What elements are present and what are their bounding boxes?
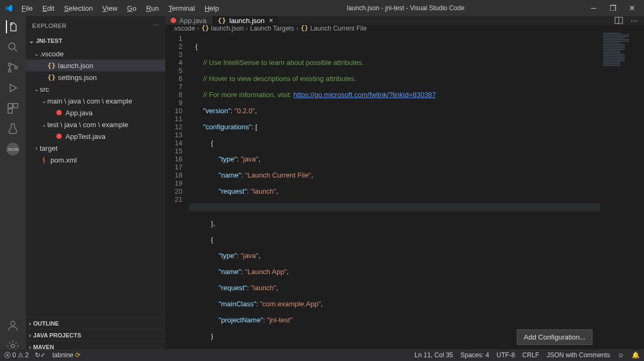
- file-launch-json[interactable]: {}launch.json: [26, 60, 165, 71]
- tab-label: App.java: [179, 17, 207, 25]
- maximize-icon[interactable]: ❐: [608, 4, 618, 12]
- activity-bar: JSON: [0, 16, 26, 352]
- json-extension-icon[interactable]: JSON: [6, 143, 19, 156]
- tree-label: .vscode: [40, 50, 64, 58]
- accounts-icon[interactable]: [6, 319, 19, 332]
- code-content[interactable]: { // Use IntelliSense to learn about pos…: [189, 32, 644, 361]
- folder-test-path[interactable]: ⌄test \ java \ com \ example: [26, 119, 165, 130]
- code-string: "launch": [251, 187, 276, 195]
- menu-terminal[interactable]: Terminal: [164, 3, 199, 13]
- vscode-logo-icon: [4, 4, 13, 12]
- json-icon: {}: [47, 62, 56, 70]
- close-icon[interactable]: ✕: [627, 4, 638, 12]
- folder-src[interactable]: ⌄src: [26, 83, 165, 95]
- status-tabnine[interactable]: tabnine ⟳: [52, 351, 80, 359]
- feedback-icon[interactable]: ☺: [618, 351, 624, 359]
- breadcrumb[interactable]: .vscode › {} launch.json › Launch Target…: [165, 25, 644, 32]
- file-app-java[interactable]: App.java: [26, 107, 165, 119]
- section-java-projects[interactable]: ›JAVA PROJECTS: [26, 329, 165, 341]
- code-key: "projectName": [218, 316, 263, 324]
- svg-rect-6: [8, 109, 12, 113]
- sidebar-bottom-sections: ›OUTLINE ›JAVA PROJECTS ›MAVEN: [26, 317, 165, 352]
- svg-rect-4: [8, 104, 12, 108]
- status-encoding[interactable]: UTF-8: [496, 351, 515, 359]
- json-icon: {}: [301, 25, 308, 32]
- code-string: "0.2.0": [235, 107, 255, 115]
- tab-label: launch.json: [229, 17, 265, 25]
- json-icon: {}: [47, 73, 56, 82]
- tree-label: settings.json: [58, 73, 97, 82]
- code-key: "name": [218, 171, 241, 179]
- code-key: "request": [218, 187, 247, 195]
- breadcrumb-item[interactable]: Launch Targets: [250, 25, 294, 32]
- breadcrumb-item[interactable]: Launch Current File: [310, 25, 367, 32]
- menu-view[interactable]: View: [98, 3, 122, 13]
- status-cursor-position[interactable]: Ln 11, Col 35: [415, 351, 453, 359]
- tree-label: App.java: [65, 109, 93, 117]
- menu-file[interactable]: File: [17, 3, 37, 13]
- svg-point-1: [9, 63, 11, 66]
- tab-close-icon[interactable]: ×: [269, 16, 273, 25]
- tab-launch-json[interactable]: {}launch.json×: [213, 16, 280, 25]
- run-debug-icon[interactable]: [6, 82, 19, 94]
- folder-main-path[interactable]: ⌄main \ java \ com \ example: [26, 95, 165, 107]
- menu-edit[interactable]: Edit: [38, 3, 58, 13]
- source-control-icon[interactable]: [6, 61, 19, 74]
- status-label: tabnine: [52, 351, 73, 359]
- minimap[interactable]: [601, 32, 644, 361]
- menu-help[interactable]: Help: [200, 3, 223, 13]
- folder-vscode[interactable]: ⌄.vscode: [26, 48, 165, 60]
- project-header[interactable]: ⌄ JNI-TEST: [26, 35, 165, 47]
- svg-point-3: [15, 67, 18, 69]
- status-sync[interactable]: ↻✓: [35, 351, 46, 359]
- code-comment: // Use IntelliSense to learn about possi…: [195, 58, 364, 67]
- status-indentation[interactable]: Spaces: 4: [460, 351, 489, 359]
- breadcrumb-item[interactable]: .vscode: [173, 25, 195, 32]
- menu-run[interactable]: Run: [142, 3, 163, 13]
- svg-point-8: [11, 344, 14, 348]
- code-string: "java": [240, 252, 258, 260]
- code-editor[interactable]: 123456789101112131415161718192021 { // U…: [165, 32, 644, 361]
- status-language-mode[interactable]: JSON with Comments: [547, 351, 610, 359]
- json-icon: {}: [218, 17, 226, 25]
- chevron-down-icon: ⌄: [29, 38, 34, 45]
- menu-selection[interactable]: Selection: [60, 3, 97, 13]
- split-editor-icon[interactable]: [614, 16, 623, 25]
- chevron-right-icon: ›: [246, 25, 248, 32]
- more-icon[interactable]: ⋯: [153, 22, 159, 29]
- tree-label: launch.json: [58, 62, 93, 70]
- tree-label: pom.xml: [50, 156, 77, 164]
- chevron-right-icon: ›: [296, 25, 298, 32]
- status-errors[interactable]: ⓧ0 ⚠2: [4, 351, 28, 360]
- chevron-right-icon: ›: [197, 25, 199, 32]
- section-label: OUTLINE: [33, 320, 59, 327]
- notifications-icon[interactable]: 🔔: [632, 351, 640, 359]
- extensions-icon[interactable]: [6, 102, 19, 115]
- folder-target[interactable]: ›target: [26, 142, 165, 154]
- more-actions-icon[interactable]: ⋯: [631, 17, 638, 25]
- java-error-icon: [55, 110, 63, 115]
- menu-go[interactable]: Go: [123, 3, 141, 13]
- sidebar-title: EXPLORER: [32, 23, 67, 29]
- file-apptest-java[interactable]: AppTest.java: [26, 130, 165, 142]
- status-eol[interactable]: CRLF: [522, 351, 539, 359]
- breadcrumb-item[interactable]: launch.json: [211, 25, 244, 32]
- add-configuration-button[interactable]: Add Configuration...: [517, 329, 592, 345]
- code-key: "mainClass": [218, 300, 256, 308]
- tree-label: target: [40, 144, 57, 152]
- testing-icon[interactable]: [6, 122, 19, 135]
- sidebar-header: EXPLORER ⋯: [26, 16, 165, 35]
- svg-rect-5: [13, 104, 18, 108]
- title-bar: File Edit Selection View Go Run Terminal…: [0, 0, 644, 16]
- status-bar: ⓧ0 ⚠2 ↻✓ tabnine ⟳ Ln 11, Col 35 Spaces:…: [0, 349, 644, 361]
- file-settings-json[interactable]: {}settings.json: [26, 71, 165, 83]
- tab-app-java[interactable]: App.java: [165, 16, 213, 25]
- explorer-sidebar: EXPLORER ⋯ ⌄ JNI-TEST ⌄.vscode {}launch.…: [26, 16, 165, 352]
- section-outline[interactable]: ›OUTLINE: [26, 317, 165, 329]
- explorer-icon[interactable]: [6, 20, 19, 33]
- minimize-icon[interactable]: ─: [588, 4, 599, 12]
- code-link[interactable]: https://go.microsoft.com/fwlink/?linkid=…: [294, 91, 436, 99]
- file-pom-xml[interactable]: ᚾpom.xml: [26, 154, 165, 166]
- code-key: "configurations": [203, 123, 251, 131]
- search-icon[interactable]: [6, 41, 19, 54]
